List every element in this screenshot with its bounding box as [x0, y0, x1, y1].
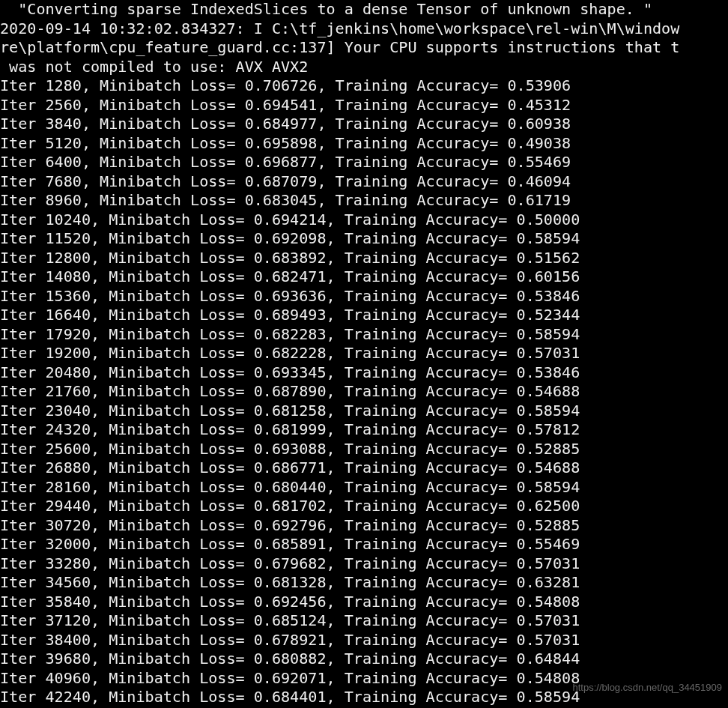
terminal-output: "Converting sparse IndexedSlices to a de… — [0, 0, 728, 708]
watermark-text: https://blog.csdn.net/qq_34451909 — [573, 682, 723, 693]
